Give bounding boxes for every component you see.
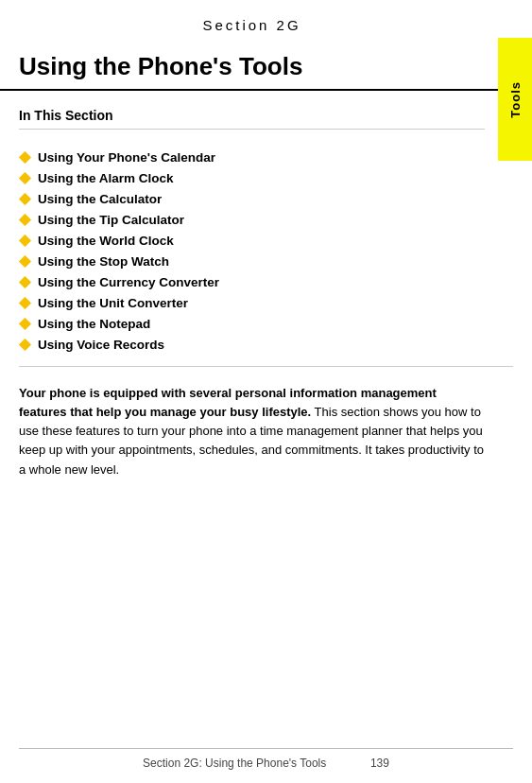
list-item-text: Using the Notepad [38, 317, 150, 331]
section-tab: Tools [498, 38, 532, 161]
bullet-icon: ◆ [19, 191, 30, 206]
list-item: ◆Using the Tip Calculator [19, 209, 485, 230]
bullet-icon: ◆ [19, 295, 30, 310]
list-item: ◆Using the World Clock [19, 230, 485, 251]
page-title: Using the Phone's Tools [0, 43, 532, 91]
footer-text: Section 2G: Using the Phone's Tools [143, 757, 326, 770]
page-number: 139 [370, 757, 389, 770]
list-item-text: Using the Currency Converter [38, 275, 219, 289]
list-item-text: Using Voice Records [38, 338, 164, 352]
list-item: ◆Using the Stop Watch [19, 251, 485, 271]
bullet-icon: ◆ [19, 274, 30, 289]
bullet-icon: ◆ [19, 233, 30, 248]
in-this-section-heading: In This Section [19, 108, 485, 130]
list-item-text: Using Your Phone's Calendar [38, 150, 215, 165]
page-footer: Section 2G: Using the Phone's Tools 139 [19, 748, 513, 770]
list-item-text: Using the Unit Converter [38, 296, 188, 310]
list-item: ◆Using the Calculator [19, 188, 485, 209]
section-divider [19, 366, 513, 367]
list-item-text: Using the Tip Calculator [38, 213, 184, 227]
bullet-icon: ◆ [19, 253, 30, 269]
body-text-block: Your phone is equipped with several pers… [0, 374, 532, 489]
list-item: ◆Using the Unit Converter [19, 292, 485, 313]
in-this-section-block: In This Section [0, 91, 532, 143]
list-item-text: Using the Stop Watch [38, 254, 169, 269]
list-item-text: Using the Calculator [38, 192, 162, 206]
list-item-text: Using the World Clock [38, 234, 174, 248]
toc-list: ◆Using Your Phone's Calendar◆Using the A… [0, 143, 532, 358]
section-header: Section 2G [0, 0, 532, 43]
list-item: ◆Using the Alarm Clock [19, 167, 485, 188]
list-item-text: Using the Alarm Clock [38, 171, 174, 185]
bullet-icon: ◆ [19, 212, 30, 227]
bullet-icon: ◆ [19, 170, 30, 185]
bullet-icon: ◆ [19, 337, 30, 352]
list-item: ◆Using the Notepad [19, 313, 485, 334]
bullet-icon: ◆ [19, 149, 30, 165]
list-item: ◆Using Voice Records [19, 334, 485, 355]
section-label: Section 2G [202, 17, 300, 33]
list-item: ◆Using Your Phone's Calendar [19, 147, 485, 167]
list-item: ◆Using the Currency Converter [19, 271, 485, 292]
side-tab-label: Tools [508, 81, 523, 118]
bullet-icon: ◆ [19, 316, 30, 331]
